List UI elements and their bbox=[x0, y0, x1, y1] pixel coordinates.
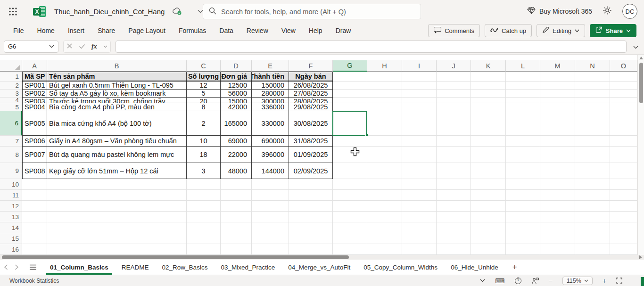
cell-I14[interactable] bbox=[402, 222, 437, 233]
cell-K12[interactable] bbox=[471, 201, 506, 212]
cell-I4[interactable] bbox=[402, 98, 437, 103]
cell-G3[interactable] bbox=[333, 90, 367, 98]
column-header-K[interactable]: K bbox=[471, 60, 506, 72]
cell-C11[interactable] bbox=[187, 190, 221, 201]
row-header-14[interactable]: 14 bbox=[0, 222, 22, 233]
cell-M9[interactable] bbox=[540, 163, 575, 179]
cloud-saved-icon[interactable] bbox=[172, 7, 182, 16]
cell-J9[interactable] bbox=[437, 163, 471, 179]
cell-J12[interactable] bbox=[437, 201, 471, 212]
cell-O11[interactable] bbox=[610, 190, 637, 201]
cell-L4[interactable] bbox=[506, 98, 540, 103]
cell-A5[interactable]: SP004 bbox=[22, 103, 47, 111]
keyboard-shortcuts-icon[interactable]: ⌨ bbox=[495, 277, 504, 285]
cell-E16[interactable] bbox=[252, 244, 289, 255]
vertical-scrollbar[interactable] bbox=[637, 55, 644, 255]
cell-C2[interactable]: 12 bbox=[187, 82, 221, 90]
cell-I1[interactable] bbox=[402, 72, 437, 82]
cell-K11[interactable] bbox=[471, 190, 506, 201]
vertical-scroll-thumb[interactable] bbox=[639, 63, 643, 103]
next-sheet-icon[interactable] bbox=[15, 264, 19, 270]
cell-I9[interactable] bbox=[402, 163, 437, 179]
zoom-level-control[interactable]: 115% bbox=[562, 277, 593, 285]
cell-H8[interactable] bbox=[367, 147, 402, 163]
cell-D2[interactable]: 12500 bbox=[221, 82, 252, 90]
row-header-10[interactable]: 10 bbox=[0, 179, 22, 190]
cell-F15[interactable] bbox=[289, 233, 333, 244]
cell-K14[interactable] bbox=[471, 222, 506, 233]
cell-N1[interactable] bbox=[575, 72, 610, 82]
enter-check-icon[interactable] bbox=[79, 42, 85, 50]
cell-K8[interactable] bbox=[471, 147, 506, 163]
cell-D7[interactable]: 69000 bbox=[221, 136, 252, 147]
expand-formula-bar-icon[interactable] bbox=[631, 42, 640, 51]
cell-C5[interactable]: 8 bbox=[187, 103, 221, 111]
cell-I7[interactable] bbox=[402, 136, 437, 147]
settings-gear-icon[interactable] bbox=[603, 6, 612, 17]
cell-O9[interactable] bbox=[610, 163, 637, 179]
cell-I6[interactable] bbox=[402, 111, 437, 136]
cell-H2[interactable] bbox=[367, 82, 402, 90]
column-header-I[interactable]: I bbox=[402, 60, 437, 72]
cell-N15[interactable] bbox=[575, 233, 610, 244]
cell-L12[interactable] bbox=[506, 201, 540, 212]
row-header-11[interactable]: 11 bbox=[0, 190, 22, 201]
cell-K7[interactable] bbox=[471, 136, 506, 147]
prev-sheet-icon[interactable] bbox=[4, 264, 8, 270]
cell-H13[interactable] bbox=[367, 212, 402, 222]
cell-G9[interactable] bbox=[333, 163, 367, 179]
horizontal-scroll-thumb[interactable] bbox=[2, 255, 349, 259]
cell-L11[interactable] bbox=[506, 190, 540, 201]
cell-C3[interactable]: 5 bbox=[187, 90, 221, 98]
cell-K13[interactable] bbox=[471, 212, 506, 222]
column-header-G[interactable]: G bbox=[333, 60, 367, 72]
cell-O14[interactable] bbox=[610, 222, 637, 233]
cell-H16[interactable] bbox=[367, 244, 402, 255]
cell-G2[interactable] bbox=[333, 82, 367, 90]
cell-C14[interactable] bbox=[187, 222, 221, 233]
cell-B13[interactable] bbox=[47, 212, 187, 222]
comments-button[interactable]: Comments bbox=[428, 24, 480, 37]
cell-M6[interactable] bbox=[540, 111, 575, 136]
cell-E4[interactable]: 300000 bbox=[252, 98, 289, 103]
cell-C4[interactable]: 20 bbox=[187, 98, 221, 103]
add-sheet-icon[interactable]: + bbox=[510, 262, 520, 272]
cell-N12[interactable] bbox=[575, 201, 610, 212]
cell-L14[interactable] bbox=[506, 222, 540, 233]
cell-O10[interactable] bbox=[610, 179, 637, 190]
cell-O1[interactable] bbox=[610, 72, 637, 82]
menu-formulas[interactable]: Formulas bbox=[172, 27, 213, 34]
cell-F2[interactable]: 26/08/2025 bbox=[289, 82, 333, 90]
menu-draw[interactable]: Draw bbox=[329, 27, 358, 34]
cell-D16[interactable] bbox=[221, 244, 252, 255]
cell-A10[interactable] bbox=[22, 179, 47, 190]
cell-G10[interactable] bbox=[333, 179, 367, 190]
cell-A7[interactable]: SP006 bbox=[22, 136, 47, 147]
cell-J13[interactable] bbox=[437, 212, 471, 222]
cell-J10[interactable] bbox=[437, 179, 471, 190]
cell-B15[interactable] bbox=[47, 233, 187, 244]
cell-H10[interactable] bbox=[367, 179, 402, 190]
cell-D3[interactable]: 56000 bbox=[221, 90, 252, 98]
cell-N6[interactable] bbox=[575, 111, 610, 136]
cell-K10[interactable] bbox=[471, 179, 506, 190]
cell-L5[interactable] bbox=[506, 103, 540, 111]
cell-G11[interactable] bbox=[333, 190, 367, 201]
cell-D12[interactable] bbox=[221, 201, 252, 212]
cell-K2[interactable] bbox=[471, 82, 506, 90]
horizontal-scrollbar[interactable] bbox=[0, 255, 644, 260]
cell-A3[interactable]: SP002 bbox=[22, 90, 47, 98]
cell-M3[interactable] bbox=[540, 90, 575, 98]
cell-E5[interactable]: 336000 bbox=[252, 103, 289, 111]
cell-A11[interactable] bbox=[22, 190, 47, 201]
help-icon[interactable]: ? bbox=[515, 278, 521, 284]
sheet-tab-02_row_basics[interactable]: 02_Row_Basics bbox=[156, 260, 215, 275]
cell-A8[interactable]: SP007 bbox=[22, 147, 47, 163]
sheet-tab-04_merge_vs_autofit[interactable]: 04_Merge_vs_AutoFit bbox=[281, 260, 357, 275]
cell-H15[interactable] bbox=[367, 233, 402, 244]
row-header-13[interactable]: 13 bbox=[0, 212, 22, 222]
scroll-right-icon[interactable] bbox=[639, 255, 642, 259]
cell-M16[interactable] bbox=[540, 244, 575, 255]
cell-N5[interactable] bbox=[575, 103, 610, 111]
column-header-H[interactable]: H bbox=[367, 60, 402, 72]
